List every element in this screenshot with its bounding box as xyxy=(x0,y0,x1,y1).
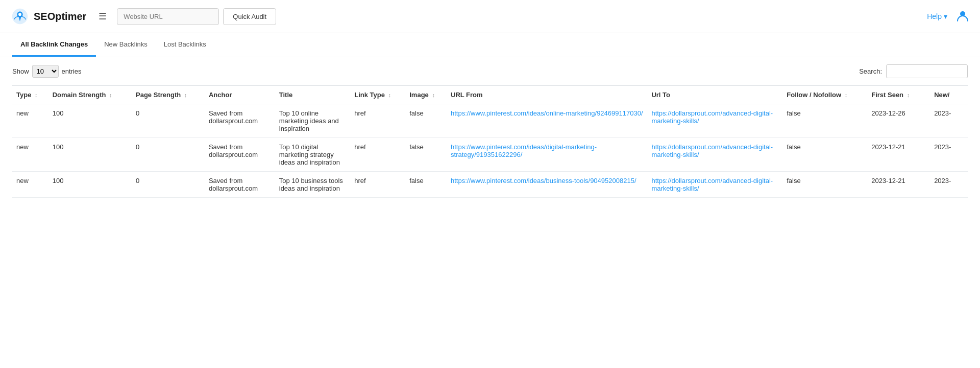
backlinks-table: Type ↕ Domain Strength ↕ Page Strength ↕… xyxy=(12,85,968,198)
cell-image: false xyxy=(405,104,447,138)
url-from-link[interactable]: https://www.pinterest.com/ideas/online-m… xyxy=(451,109,643,117)
cell-page-strength: 0 xyxy=(132,172,205,198)
cell-anchor: Saved from dollarsprout.com xyxy=(205,172,275,198)
cell-image: false xyxy=(405,172,447,198)
col-header-image[interactable]: Image ↕ xyxy=(405,86,447,104)
cell-anchor: Saved from dollarsprout.com xyxy=(205,138,275,172)
cell-domain-strength: 100 xyxy=(48,172,132,198)
table-header-row: Type ↕ Domain Strength ↕ Page Strength ↕… xyxy=(12,86,968,104)
logo-text: SEOptimer xyxy=(34,11,86,22)
tab-lost-backlinks[interactable]: Lost Backlinks xyxy=(156,33,214,57)
entries-select[interactable]: 10 25 50 100 xyxy=(32,65,59,78)
search-input[interactable] xyxy=(886,64,968,78)
tab-all-backlink-changes[interactable]: All Backlink Changes xyxy=(12,33,96,57)
url-from-link[interactable]: https://www.pinterest.com/ideas/digital-… xyxy=(451,143,597,158)
cell-type: new xyxy=(12,104,48,138)
sort-icon-image: ↕ xyxy=(432,92,435,98)
website-url-input[interactable] xyxy=(117,8,219,25)
table-controls: Show 10 25 50 100 entries Search: xyxy=(0,57,980,85)
cell-first-seen: 2023-12-26 xyxy=(867,104,930,138)
show-label: Show xyxy=(12,67,29,75)
col-header-first-seen[interactable]: First Seen ↕ xyxy=(867,86,930,104)
tab-new-backlinks[interactable]: New Backlinks xyxy=(96,33,156,57)
table-body: new 100 0 Saved from dollarsprout.com To… xyxy=(12,104,968,198)
cell-title: Top 10 business tools ideas and inspirat… xyxy=(275,172,351,198)
cell-first-seen: 2023-12-21 xyxy=(867,138,930,172)
sort-icon-type: ↕ xyxy=(35,92,38,98)
col-header-url-from: URL From xyxy=(447,86,647,104)
col-header-anchor: Anchor xyxy=(205,86,275,104)
header-right: Help ▾ xyxy=(927,9,970,25)
cell-url-from[interactable]: https://www.pinterest.com/ideas/digital-… xyxy=(447,138,647,172)
col-header-domain-strength[interactable]: Domain Strength ↕ xyxy=(48,86,132,104)
cell-type: new xyxy=(12,138,48,172)
col-header-link-type[interactable]: Link Type ↕ xyxy=(350,86,405,104)
cell-anchor: Saved from dollarsprout.com xyxy=(205,104,275,138)
table-row: new 100 0 Saved from dollarsprout.com To… xyxy=(12,138,968,172)
cell-follow-nofollow: false xyxy=(782,104,867,138)
col-header-url-to: Url To xyxy=(647,86,782,104)
cell-title: Top 10 digital marketing strategy ideas … xyxy=(275,138,351,172)
sort-icon-follow: ↕ xyxy=(845,92,848,98)
cell-url-to[interactable]: https://dollarsprout.com/advanced-digita… xyxy=(647,138,782,172)
cell-new: 2023- xyxy=(930,138,968,172)
help-label: Help xyxy=(927,12,942,20)
cell-domain-strength: 100 xyxy=(48,104,132,138)
col-header-title: Title xyxy=(275,86,351,104)
cell-link-type: href xyxy=(350,104,405,138)
quick-audit-button[interactable]: Quick Audit xyxy=(223,8,276,25)
cell-follow-nofollow: false xyxy=(782,172,867,198)
cell-link-type: href xyxy=(350,138,405,172)
cell-page-strength: 0 xyxy=(132,138,205,172)
search-label: Search: xyxy=(859,67,882,75)
search-area: Search: xyxy=(859,64,968,78)
col-header-page-strength[interactable]: Page Strength ↕ xyxy=(132,86,205,104)
table-row: new 100 0 Saved from dollarsprout.com To… xyxy=(12,104,968,138)
help-button[interactable]: Help ▾ xyxy=(927,12,947,20)
cell-new: 2023- xyxy=(930,172,968,198)
tabs-bar: All Backlink Changes New Backlinks Lost … xyxy=(0,33,980,57)
cell-page-strength: 0 xyxy=(132,104,205,138)
user-icon-button[interactable] xyxy=(955,9,970,25)
cell-url-to[interactable]: https://dollarsprout.com/advanced-digita… xyxy=(647,172,782,198)
col-header-follow-nofollow[interactable]: Follow / Nofollow ↕ xyxy=(782,86,867,104)
cell-url-to[interactable]: https://dollarsprout.com/advanced-digita… xyxy=(647,104,782,138)
sort-icon-page: ↕ xyxy=(184,92,187,98)
logo-area: SEOptimer xyxy=(10,7,86,26)
url-to-link[interactable]: https://dollarsprout.com/advanced-digita… xyxy=(651,143,773,158)
hamburger-button[interactable]: ☰ xyxy=(94,7,111,26)
cell-follow-nofollow: false xyxy=(782,138,867,172)
logo-icon xyxy=(10,7,30,26)
cell-title: Top 10 online marketing ideas and inspir… xyxy=(275,104,351,138)
url-to-link[interactable]: https://dollarsprout.com/advanced-digita… xyxy=(651,109,773,125)
col-header-type[interactable]: Type ↕ xyxy=(12,86,48,104)
header: SEOptimer ☰ Quick Audit Help ▾ xyxy=(0,0,980,33)
cell-type: new xyxy=(12,172,48,198)
cell-new: 2023- xyxy=(930,104,968,138)
url-to-link[interactable]: https://dollarsprout.com/advanced-digita… xyxy=(651,177,773,192)
help-dropdown-icon: ▾ xyxy=(944,12,947,20)
entries-label: entries xyxy=(62,67,82,75)
url-from-link[interactable]: https://www.pinterest.com/ideas/business… xyxy=(451,177,636,185)
cell-url-from[interactable]: https://www.pinterest.com/ideas/online-m… xyxy=(447,104,647,138)
cell-link-type: href xyxy=(350,172,405,198)
col-header-new: New/ xyxy=(930,86,968,104)
cell-first-seen: 2023-12-21 xyxy=(867,172,930,198)
cell-url-from[interactable]: https://www.pinterest.com/ideas/business… xyxy=(447,172,647,198)
sort-icon-link: ↕ xyxy=(388,92,391,98)
table-wrapper: Type ↕ Domain Strength ↕ Page Strength ↕… xyxy=(0,85,980,198)
cell-image: false xyxy=(405,138,447,172)
sort-icon-first-seen: ↕ xyxy=(907,92,910,98)
user-icon xyxy=(955,9,970,23)
sort-icon-domain: ↕ xyxy=(109,92,112,98)
table-row: new 100 0 Saved from dollarsprout.com To… xyxy=(12,172,968,198)
svg-point-0 xyxy=(18,13,21,16)
cell-domain-strength: 100 xyxy=(48,138,132,172)
